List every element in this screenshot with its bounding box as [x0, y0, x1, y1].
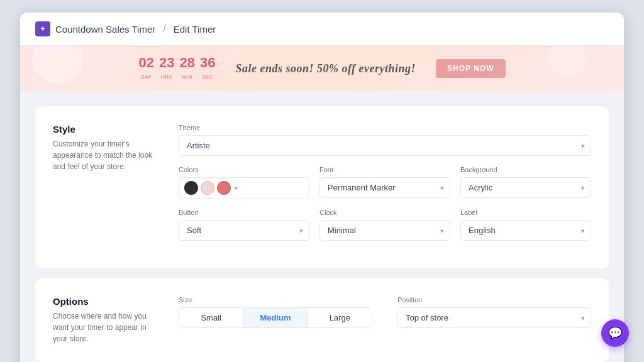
button-clock-row: Button Soft Sharp Rounded Pill ▾ [179, 209, 591, 251]
hours-value: 23 [159, 56, 174, 70]
button-style-label: Button [179, 209, 309, 216]
colors-label: Colors [179, 166, 309, 173]
swatch-dark[interactable] [184, 181, 198, 195]
size-position-row: Size Small Medium Large Position Top of … [179, 296, 591, 338]
position-select[interactable]: Top of store Bottom of store Inline [397, 307, 591, 328]
style-section-info: Style Customize your timer's appearance … [53, 124, 153, 251]
theme-select-wrapper: Artiste Classic Modern Minimal ▾ [179, 135, 591, 156]
minutes-unit: 28 MIN [179, 56, 194, 81]
chat-button[interactable]: 💬 [601, 319, 629, 347]
font-select-wrapper: Permanent Marker Roboto Open Sans ▾ [319, 177, 450, 198]
options-card: Options Choose where and how you want yo… [35, 278, 609, 362]
minutes-value: 28 [179, 56, 194, 70]
swatch-coral[interactable] [217, 181, 231, 195]
options-section-desc: Choose where and how you want your timer… [53, 310, 153, 344]
hours-unit: 23 HRS [159, 56, 174, 81]
background-label: Background [460, 166, 591, 173]
banner-shop-button[interactable]: Shop Now [436, 59, 505, 78]
label-field-group: Label English Spanish French German ▾ [460, 209, 591, 241]
button-select-wrapper: Soft Sharp Rounded Pill ▾ [179, 220, 309, 241]
hours-label: HRS [161, 74, 172, 80]
banner-message: Sale ends soon! 50% off everything! [235, 62, 416, 75]
label-select[interactable]: English Spanish French German [460, 220, 591, 241]
background-select[interactable]: Acrylic Solid Gradient None [460, 177, 591, 198]
size-buttons: Small Medium Large [179, 307, 372, 328]
app-window: + Countdown Sales Timer / Edit Timer 02 … [20, 13, 624, 362]
preview-banner: 02 DAY 23 HRS 28 MIN 36 SEC Sale ends so… [20, 46, 624, 91]
days-unit: 02 DAY [138, 56, 153, 81]
size-label: Size [179, 296, 372, 304]
font-field-group: Font Permanent Marker Roboto Open Sans ▾ [319, 166, 450, 199]
seconds-label: SEC [202, 74, 213, 80]
background-field-group: Background Acrylic Solid Gradient None ▾ [460, 166, 591, 199]
breadcrumb-separator: / [163, 23, 165, 35]
position-select-wrapper: Top of store Bottom of store Inline ▾ [397, 307, 591, 328]
style-section-title: Style [53, 124, 153, 134]
size-medium-button[interactable]: Medium [243, 308, 308, 327]
page-title: Edit Timer [174, 24, 216, 35]
options-fields: Size Small Medium Large Position Top of … [179, 296, 591, 344]
label-label: Label [460, 209, 591, 216]
countdown-timer: 02 DAY 23 HRS 28 MIN 36 SEC [138, 56, 215, 81]
color-swatches[interactable]: ▾ [179, 177, 309, 199]
options-section-title: Options [53, 296, 153, 307]
background-select-wrapper: Acrylic Solid Gradient None ▾ [460, 177, 591, 198]
size-field-group: Size Small Medium Large [179, 296, 372, 328]
font-label: Font [319, 166, 450, 173]
days-value: 02 [138, 56, 153, 70]
style-fields: Theme Artiste Classic Modern Minimal ▾ [179, 124, 591, 251]
options-section-info: Options Choose where and how you want yo… [53, 296, 153, 344]
clock-select[interactable]: Minimal Classic Modern [319, 220, 450, 241]
position-field-group: Position Top of store Bottom of store In… [397, 296, 591, 328]
theme-label: Theme [179, 124, 591, 131]
style-section-desc: Customize your timer's appearance to mat… [53, 138, 153, 172]
size-large-button[interactable]: Large [308, 308, 372, 327]
minutes-label: MIN [182, 74, 192, 80]
size-small-button[interactable]: Small [179, 308, 243, 327]
header: + Countdown Sales Timer / Edit Timer [20, 13, 624, 46]
theme-field-group: Theme Artiste Classic Modern Minimal ▾ [179, 124, 591, 156]
app-name: Countdown Sales Timer [55, 24, 155, 35]
colors-field-group: Colors ▾ [179, 166, 309, 199]
theme-select[interactable]: Artiste Classic Modern Minimal [179, 135, 591, 156]
days-label: DAY [141, 74, 152, 80]
main-content: Style Customize your timer's appearance … [20, 91, 624, 362]
clock-label: Clock [319, 209, 450, 216]
font-select[interactable]: Permanent Marker Roboto Open Sans [319, 177, 450, 198]
app-icon: + [35, 21, 50, 36]
chat-icon: 💬 [608, 326, 622, 340]
seconds-unit: 36 SEC [200, 56, 215, 81]
swatch-chevron-icon[interactable]: ▾ [235, 185, 238, 192]
position-label: Position [397, 296, 591, 304]
clock-select-wrapper: Minimal Classic Modern ▾ [319, 220, 450, 241]
clock-field-group: Clock Minimal Classic Modern ▾ [319, 209, 450, 241]
style-card: Style Customize your timer's appearance … [35, 106, 609, 268]
label-select-wrapper: English Spanish French German ▾ [460, 220, 591, 241]
swatch-light-pink[interactable] [201, 181, 214, 195]
colors-font-row: Colors ▾ Font Permanent Ma [179, 166, 591, 209]
button-select[interactable]: Soft Sharp Rounded Pill [179, 220, 309, 241]
seconds-value: 36 [200, 56, 215, 70]
button-field-group: Button Soft Sharp Rounded Pill ▾ [179, 209, 309, 241]
